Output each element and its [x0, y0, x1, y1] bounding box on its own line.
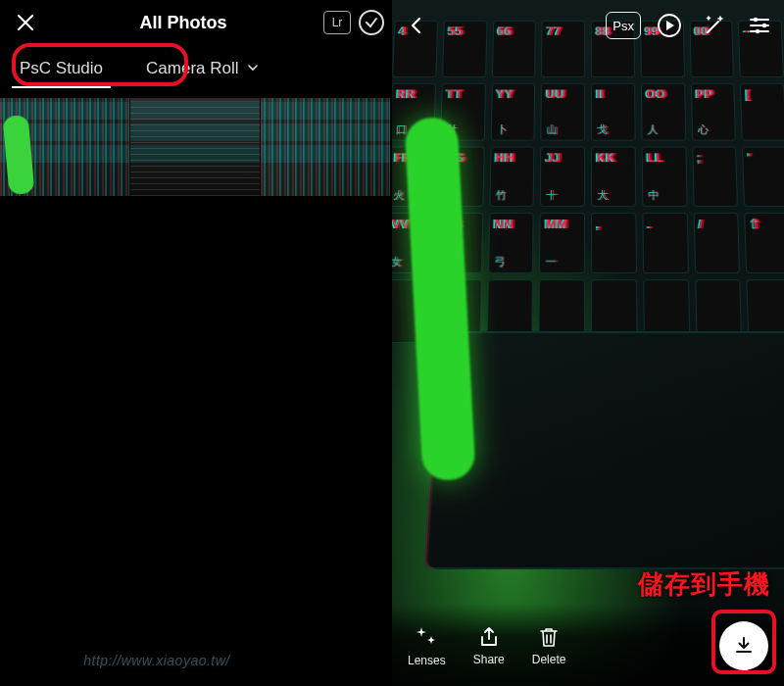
- photo-touchpad-overlay: [423, 331, 784, 569]
- photo-key: [690, 82, 736, 140]
- share-label: Share: [473, 653, 505, 666]
- photo-key: [591, 213, 637, 274]
- share-button[interactable]: Share: [473, 625, 505, 666]
- photo-key: [641, 82, 686, 140]
- gallery-title: All Photos: [43, 13, 323, 33]
- thumbnail[interactable]: [130, 98, 261, 196]
- magic-wand-button[interactable]: [698, 9, 731, 42]
- gallery-header: All Photos Lr: [0, 0, 392, 45]
- thumbnail[interactable]: [261, 98, 391, 196]
- editor-bottom-bar: Lenses Share Delete: [392, 604, 784, 686]
- sliders-icon: [748, 14, 771, 37]
- delete-label: Delete: [532, 653, 566, 666]
- photo-key: [490, 82, 535, 140]
- svg-point-1: [754, 18, 758, 22]
- photo-key: [641, 147, 687, 207]
- close-icon: [17, 14, 34, 31]
- thumbnail[interactable]: [0, 98, 130, 196]
- play-circle-icon: [657, 13, 682, 38]
- editor-top-bar: Psx: [400, 6, 776, 45]
- lenses-label: Lenses: [408, 654, 446, 667]
- photo-key: [540, 147, 585, 207]
- svg-point-3: [756, 29, 760, 33]
- photo-key: [591, 147, 636, 207]
- tab-camera-roll-label: Camera Roll: [146, 59, 238, 77]
- photo-key: [693, 213, 740, 274]
- tab-camera-roll[interactable]: Camera Roll: [144, 53, 261, 88]
- magic-wand-icon: [703, 14, 726, 37]
- gallery-pane: All Photos Lr PsC Studio Camera Roll: [0, 0, 392, 686]
- photo-key: [744, 213, 784, 274]
- svg-point-2: [762, 24, 766, 27]
- photo-key: [591, 82, 635, 140]
- close-button[interactable]: [8, 5, 43, 40]
- photo-key: [539, 213, 585, 274]
- psx-button[interactable]: Psx: [606, 12, 641, 39]
- back-button[interactable]: [400, 9, 433, 42]
- photo-key: [742, 147, 784, 207]
- check-icon: [365, 16, 378, 29]
- download-icon: [733, 635, 755, 657]
- chevron-down-icon: [247, 62, 259, 74]
- editor-pane: Psx Lenses: [392, 0, 784, 686]
- adjust-sliders-button[interactable]: [743, 9, 776, 42]
- lightroom-button[interactable]: Lr: [323, 11, 351, 34]
- save-button[interactable]: [719, 621, 768, 670]
- annotation-save-to-phone: 儲存到手機: [638, 567, 770, 602]
- thumbnail-grid: [0, 98, 392, 196]
- play-button[interactable]: [653, 9, 686, 42]
- watermark-text: http://www.xiaoyao.tw/: [83, 653, 230, 668]
- lenses-button[interactable]: Lenses: [408, 624, 446, 667]
- photo-key: [692, 147, 738, 207]
- select-mode-button[interactable]: [359, 10, 384, 35]
- photo-key: [487, 213, 533, 274]
- trash-icon: [537, 625, 561, 649]
- photo-key: [541, 82, 585, 140]
- share-icon: [477, 625, 501, 649]
- sparkles-icon: [414, 624, 439, 650]
- photo-key: [740, 82, 784, 140]
- chevron-left-icon: [408, 17, 425, 34]
- delete-button[interactable]: Delete: [532, 625, 566, 666]
- tab-psc-studio[interactable]: PsC Studio: [18, 53, 105, 88]
- photo-key: [489, 147, 535, 207]
- album-tabs: PsC Studio Camera Roll: [0, 45, 392, 96]
- photo-key: [642, 213, 688, 274]
